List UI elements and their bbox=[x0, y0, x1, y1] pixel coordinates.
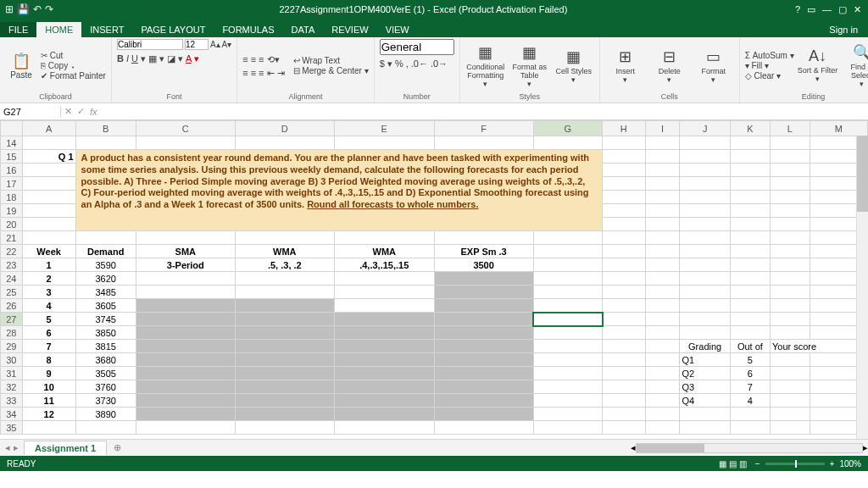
cell[interactable]: Q3 bbox=[680, 380, 730, 394]
col-header[interactable]: B bbox=[75, 121, 136, 136]
row-header[interactable]: 25 bbox=[1, 286, 23, 299]
cell[interactable]: WMA bbox=[334, 245, 434, 258]
col-header[interactable]: A bbox=[22, 121, 75, 136]
cell[interactable]: 3 bbox=[22, 286, 75, 299]
autosum-button[interactable]: Σ AutoSum ▾ bbox=[745, 51, 794, 60]
worksheet-grid[interactable]: A B C D E F G H I J K L M 14 15Q 1 A pro… bbox=[0, 120, 868, 435]
cell[interactable]: 6 bbox=[730, 367, 770, 380]
tab-data[interactable]: DATA bbox=[283, 22, 324, 37]
insert-cells-button[interactable]: ⊞Insert▾ bbox=[605, 39, 646, 92]
new-sheet-button[interactable]: ⊕ bbox=[107, 442, 128, 453]
cell[interactable]: 12 bbox=[22, 408, 75, 421]
col-header[interactable]: J bbox=[680, 121, 730, 136]
delete-cells-button[interactable]: ⊟Delete▾ bbox=[649, 39, 690, 92]
cell[interactable]: 3730 bbox=[75, 394, 136, 408]
row-header[interactable]: 26 bbox=[1, 299, 23, 313]
fx-icon[interactable]: fx bbox=[90, 107, 97, 117]
vertical-scrollbar[interactable] bbox=[856, 136, 868, 439]
row-header[interactable]: 23 bbox=[1, 258, 23, 272]
cell[interactable]: WMA bbox=[235, 245, 334, 258]
select-all-corner[interactable] bbox=[1, 121, 23, 136]
cell[interactable]: 5 bbox=[730, 353, 770, 367]
col-header[interactable]: H bbox=[603, 121, 646, 136]
cell[interactable]: Q1 bbox=[680, 353, 730, 367]
find-select-button[interactable]: 🔍Find & Select▾ bbox=[842, 39, 868, 92]
ribbon-opts-icon[interactable]: ▭ bbox=[807, 4, 815, 15]
cell[interactable]: 6 bbox=[22, 326, 75, 340]
cell[interactable]: SMA bbox=[136, 245, 235, 258]
col-header[interactable]: M bbox=[810, 121, 867, 136]
wrap-text-button[interactable]: ↩ Wrap Text bbox=[293, 56, 369, 65]
cell[interactable]: Week bbox=[22, 245, 75, 258]
save-icon[interactable]: 💾 bbox=[17, 3, 30, 15]
tab-page-layout[interactable]: PAGE LAYOUT bbox=[132, 22, 214, 37]
row-header[interactable]: 34 bbox=[1, 408, 23, 421]
conditional-formatting-button[interactable]: ▦Conditional Formatting▾ bbox=[465, 39, 506, 92]
enter-icon[interactable]: ✓ bbox=[77, 106, 85, 117]
number-format-select[interactable] bbox=[380, 39, 454, 55]
cell[interactable]: .4,.3,.15,.15 bbox=[334, 258, 434, 272]
page-layout-view-icon[interactable]: ▤ bbox=[729, 459, 737, 469]
font-color-button[interactable]: A ▾ bbox=[186, 53, 199, 64]
help-icon[interactable]: ? bbox=[795, 4, 800, 15]
tab-review[interactable]: REVIEW bbox=[323, 22, 376, 37]
col-header[interactable]: D bbox=[235, 121, 334, 136]
cell[interactable]: 3-Period bbox=[136, 258, 235, 272]
cell[interactable]: Out of bbox=[730, 340, 770, 353]
tab-formulas[interactable]: FORMULAS bbox=[214, 22, 282, 37]
cell[interactable]: 5 bbox=[22, 313, 75, 326]
page-break-view-icon[interactable]: ▥ bbox=[739, 459, 747, 469]
row-header[interactable]: 14 bbox=[1, 136, 23, 150]
fill-color-button[interactable]: ◪ ▾ bbox=[167, 53, 183, 64]
cell[interactable]: 9 bbox=[22, 367, 75, 380]
cell[interactable]: EXP Sm .3 bbox=[434, 245, 533, 258]
format-as-table-button[interactable]: ▦Format as Table▾ bbox=[509, 39, 550, 92]
grow-font-icon[interactable]: A▴ bbox=[210, 40, 220, 49]
cell[interactable]: 3760 bbox=[75, 380, 136, 394]
tab-view[interactable]: VIEW bbox=[377, 22, 418, 37]
name-box[interactable]: G27 bbox=[0, 106, 61, 118]
horizontal-scrollbar[interactable]: ◂▸ bbox=[631, 442, 868, 453]
cell[interactable]: Demand bbox=[75, 245, 136, 258]
col-header[interactable]: G bbox=[533, 121, 603, 136]
italic-button[interactable]: I bbox=[126, 53, 129, 64]
format-cells-button[interactable]: ▭Format▾ bbox=[693, 39, 734, 92]
fill-button[interactable]: ▾ Fill ▾ bbox=[745, 61, 794, 70]
cell[interactable]: .5, .3, .2 bbox=[235, 258, 334, 272]
tab-home[interactable]: HOME bbox=[36, 22, 81, 37]
row-header[interactable]: 19 bbox=[1, 204, 23, 218]
undo-icon[interactable]: ↶ bbox=[33, 3, 42, 15]
normal-view-icon[interactable]: ▦ bbox=[719, 459, 726, 469]
row-header[interactable]: 15 bbox=[1, 150, 23, 164]
row-header[interactable]: 32 bbox=[1, 380, 23, 394]
tab-insert[interactable]: INSERT bbox=[81, 22, 132, 37]
cell[interactable]: Q4 bbox=[680, 394, 730, 408]
cancel-icon[interactable]: ✕ bbox=[64, 106, 72, 117]
cell[interactable]: 10 bbox=[22, 380, 75, 394]
cell[interactable]: 7 bbox=[22, 340, 75, 353]
sheet-tab[interactable]: Assignment 1 bbox=[24, 441, 107, 455]
row-header[interactable]: 31 bbox=[1, 367, 23, 380]
cell[interactable]: 3680 bbox=[75, 353, 136, 367]
question-cell[interactable]: A product has a consistent year round de… bbox=[75, 150, 602, 231]
cell[interactable]: Your score bbox=[770, 340, 867, 353]
row-header[interactable]: 17 bbox=[1, 177, 23, 191]
cell[interactable]: 3590 bbox=[75, 258, 136, 272]
cell[interactable]: 7 bbox=[730, 380, 770, 394]
merge-center-button[interactable]: ⊟ Merge & Center ▾ bbox=[293, 66, 369, 75]
paste-button[interactable]: 📋Paste bbox=[5, 39, 37, 92]
format-painter-button[interactable]: ✔ Format Painter bbox=[41, 71, 106, 80]
sheet-nav-prev-icon[interactable]: ◂ bbox=[5, 442, 10, 453]
col-header[interactable]: C bbox=[136, 121, 235, 136]
copy-button[interactable]: ⎘ Copy ▾ bbox=[41, 61, 106, 70]
row-header[interactable]: 33 bbox=[1, 394, 23, 408]
active-cell[interactable] bbox=[533, 313, 603, 326]
cell[interactable]: 4 bbox=[730, 394, 770, 408]
row-header[interactable]: 30 bbox=[1, 353, 23, 367]
close-icon[interactable]: ✕ bbox=[854, 4, 861, 15]
cell[interactable]: 2 bbox=[22, 272, 75, 286]
border-button[interactable]: ▦ ▾ bbox=[148, 53, 164, 64]
row-header[interactable]: 28 bbox=[1, 326, 23, 340]
row-header[interactable]: 29 bbox=[1, 340, 23, 353]
cell[interactable]: Grading bbox=[680, 340, 730, 353]
